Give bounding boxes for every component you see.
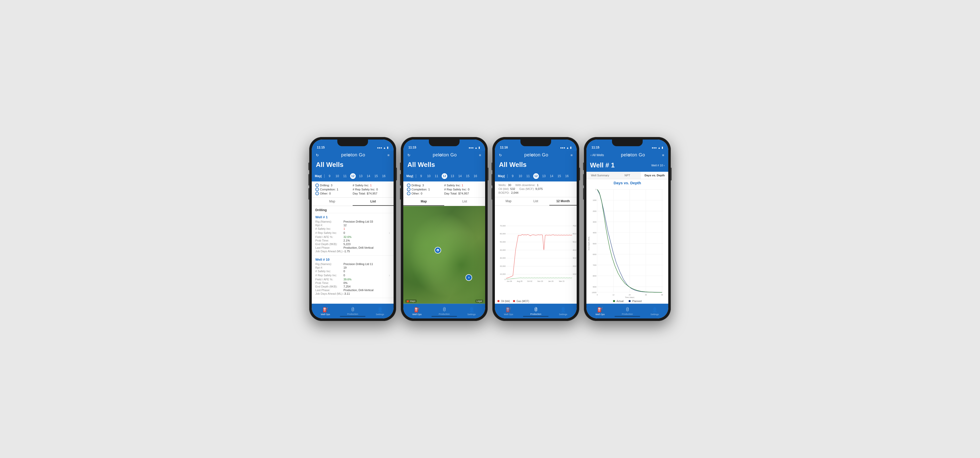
date-day-9-3[interactable]: 9 xyxy=(510,174,515,178)
nav-wellops-2[interactable]: ⛽ Well Ops xyxy=(403,304,431,319)
well-1-rig: Rig (Names): Precision Drilling Ltd 33 xyxy=(315,220,390,223)
date-day-12-active[interactable]: 12 xyxy=(350,173,356,179)
tab-well-summary[interactable]: Well Summary xyxy=(586,172,614,179)
svg-text:0: 0 xyxy=(597,294,598,296)
svg-text:30,000: 30,000 xyxy=(573,257,576,259)
well-10-afe: Field / AFE %: 39.6% xyxy=(315,278,390,281)
settings-icon-4: 👤 xyxy=(652,307,657,312)
tab-days-depth[interactable]: Days vs. Depth xyxy=(641,172,668,179)
prod-gas: Gas (MCF) 9,075 xyxy=(519,187,542,190)
date-day-15-3[interactable]: 15 xyxy=(557,174,562,178)
well-1[interactable]: Well # 1 Rig (Names): Precision Drilling… xyxy=(312,213,394,255)
nav-wellops-3[interactable]: ⛽ Well Ops xyxy=(495,304,522,319)
nav-wellops-1[interactable]: ⛽ Well Ops xyxy=(312,304,339,319)
tab-list-3[interactable]: List xyxy=(522,197,550,206)
date-day-15[interactable]: 15 xyxy=(374,174,379,178)
prod-boepd: BOEPD: 2,044 xyxy=(498,191,519,194)
date-day-13[interactable]: 13 xyxy=(358,174,363,178)
refresh-icon-3[interactable]: ↻ xyxy=(499,153,502,157)
refresh-icon-1[interactable]: ↻ xyxy=(316,153,319,157)
date-day-9[interactable]: 9 xyxy=(327,174,332,178)
svg-text:30,000: 30,000 xyxy=(500,257,506,259)
nav-settings-3[interactable]: 👤 Settings xyxy=(549,304,577,319)
app-logo-1: peloton Go xyxy=(341,152,365,158)
date-day-10-3[interactable]: 10 xyxy=(518,174,523,178)
map-container[interactable]: A 3 🍎 Maps Legal xyxy=(403,206,485,304)
tab-map-3[interactable]: Map xyxy=(495,197,522,206)
phone-1: 11:15 ●●● ▲ ▮ ↻ peloton Go ≡ All Wells M… xyxy=(309,137,396,321)
date-day-16-2[interactable]: 16 xyxy=(473,174,478,178)
date-day-13-2[interactable]: 13 xyxy=(450,174,455,178)
date-day-9-2[interactable]: 9 xyxy=(418,174,424,178)
safety-label: # Safety Inc: xyxy=(353,184,369,187)
page-title-bar-1: All Wells xyxy=(312,160,394,172)
chart-title-4: Days vs. Depth xyxy=(586,179,668,185)
well-10-name[interactable]: Well # 10 xyxy=(315,258,390,261)
nav-settings-4[interactable]: 👤 Settings xyxy=(641,304,668,319)
date-day-14[interactable]: 14 xyxy=(366,174,371,178)
refresh-icon-2[interactable]: ↻ xyxy=(407,153,410,157)
tab-map-2[interactable]: Map xyxy=(403,198,444,206)
check-drilling: ✓ xyxy=(315,184,319,187)
menu-icon-4[interactable]: ≡ xyxy=(662,153,664,157)
date-day-14-3[interactable]: 14 xyxy=(549,174,554,178)
tab-12month-3[interactable]: 12 Month xyxy=(549,197,577,206)
nav-settings-2[interactable]: 👤 Settings xyxy=(458,304,485,319)
well-10-chevron: › xyxy=(389,273,390,277)
back-button-4[interactable]: ‹ All Wells xyxy=(590,153,604,157)
date-day-11-2[interactable]: 11 xyxy=(434,174,439,178)
date-day-16[interactable]: 16 xyxy=(381,174,387,178)
gas-line xyxy=(506,235,572,278)
well-10[interactable]: Well # 10 Rig (Names): Precision Drillin… xyxy=(312,255,394,298)
day-total-value: $74,957 xyxy=(367,192,377,195)
rep-safety-summary: # Rep Safety Inc: 0 xyxy=(353,188,390,191)
nav-settings-1[interactable]: 👤 Settings xyxy=(366,304,394,319)
production-icon-4: 🛢 xyxy=(625,307,630,312)
map-background xyxy=(403,206,485,304)
svg-text:Nov 29: Nov 29 xyxy=(537,281,543,282)
menu-icon-1[interactable]: ≡ xyxy=(387,153,390,157)
completion-label: Completion: xyxy=(320,188,336,191)
drilling-summary: ✓ Drilling: 3 xyxy=(315,184,353,187)
menu-icon-3[interactable]: ≡ xyxy=(571,153,573,157)
content-area-1[interactable]: Drilling Well # 1 Rig (Names): Precision… xyxy=(312,206,394,304)
well-title-4: Well # 1 xyxy=(590,161,614,169)
day-total-summary-2: Day Total: $74,957 xyxy=(444,192,482,195)
date-day-15-2[interactable]: 15 xyxy=(465,174,470,178)
phone-3: 11:16 ●●● ▲ ▮ ↻ peloton Go ≡ All Wells M… xyxy=(492,137,579,321)
well-nav-4[interactable]: Well # 10 › xyxy=(651,164,665,167)
menu-icon-2[interactable]: ≡ xyxy=(479,153,481,157)
wifi-icon-4: ▲ xyxy=(658,146,660,149)
tab-list-1[interactable]: List xyxy=(353,198,394,206)
svg-text:70,000: 70,000 xyxy=(500,225,506,227)
date-day-10[interactable]: 10 xyxy=(335,174,340,178)
well-detail-header-4: Well # 1 Well # 10 › xyxy=(586,160,668,172)
date-day-12-2[interactable]: 12 xyxy=(442,173,447,179)
map-marker-1[interactable]: A xyxy=(434,247,441,254)
date-day-12-3[interactable]: 12 xyxy=(533,173,539,179)
date-selector-2: May| 9 10 11 12 13 14 15 16 xyxy=(403,172,485,181)
day-total-summary: Day Total: $74,957 xyxy=(353,192,390,195)
date-day-13-3[interactable]: 13 xyxy=(541,174,547,178)
date-day-11-3[interactable]: 11 xyxy=(525,174,531,178)
production-icon-2: 🛢 xyxy=(442,307,447,312)
well-1-name[interactable]: Well # 1 xyxy=(315,215,390,219)
status-time-4: 11:15 xyxy=(592,146,600,149)
tab-list-2[interactable]: List xyxy=(444,198,485,206)
battery-icon: ▮ xyxy=(387,146,388,149)
date-day-14-2[interactable]: 14 xyxy=(458,174,463,178)
svg-text:A: A xyxy=(437,249,439,252)
date-day-10-2[interactable]: 10 xyxy=(426,174,431,178)
chart-area-3: 70,000 60,000 50,000 40,000 30,000 20,00… xyxy=(495,206,577,304)
home-indicator-2 xyxy=(431,316,457,317)
completion-value: 1 xyxy=(337,188,338,191)
svg-text:6000: 6000 xyxy=(593,254,597,255)
tab-npt[interactable]: NPT xyxy=(614,172,641,179)
nav-wellops-4[interactable]: ⛽ Well Ops xyxy=(586,304,614,319)
date-day-16-3[interactable]: 16 xyxy=(565,174,570,178)
well-1-phase: Last Phase: Production, Drill-Vertical xyxy=(315,246,390,249)
tab-map-1[interactable]: Map xyxy=(312,198,353,206)
date-day-11[interactable]: 11 xyxy=(342,174,348,178)
battery-icon-4: ▮ xyxy=(662,146,663,149)
settings-label-3: Settings xyxy=(559,313,567,315)
